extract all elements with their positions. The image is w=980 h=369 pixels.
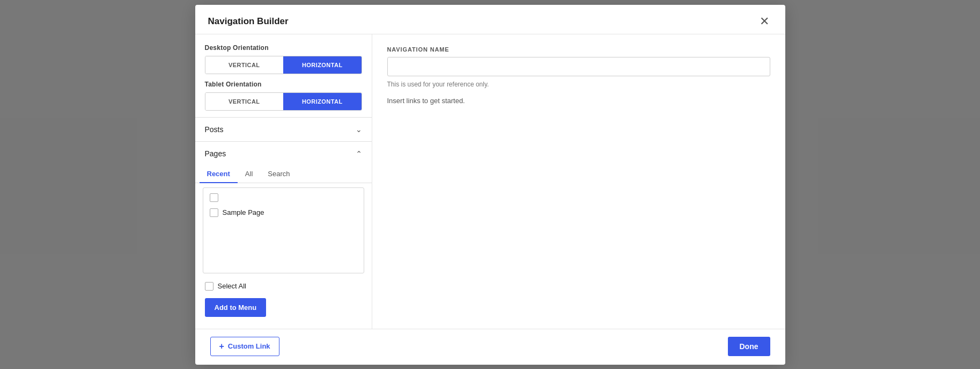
tablet-vertical-button[interactable]: VERTICAL: [205, 93, 284, 110]
custom-link-button[interactable]: + Custom Link: [210, 337, 279, 356]
posts-chevron-icon: ⌄: [356, 125, 362, 134]
modal-header: Navigation Builder ✕: [195, 5, 785, 34]
pages-list: Sample Page: [203, 187, 364, 273]
pages-chevron-icon: ⌄: [356, 149, 362, 158]
pages-accordion-label: Pages: [205, 149, 226, 158]
posts-accordion-label: Posts: [205, 125, 224, 134]
navigation-builder-modal: Navigation Builder ✕ Desktop Orientation…: [195, 5, 785, 365]
right-panel: NAVIGATION NAME This is used for your re…: [372, 34, 785, 329]
tab-all[interactable]: All: [238, 165, 260, 183]
pages-accordion: Pages ⌄ Recent All Search: [195, 141, 372, 329]
done-button[interactable]: Done: [728, 337, 770, 356]
select-all-checkbox[interactable]: [205, 282, 213, 291]
page-item-checkbox-0[interactable]: [210, 193, 218, 202]
hint-text: This is used for your reference only.: [387, 81, 770, 88]
desktop-orientation-label: Desktop Orientation: [205, 44, 362, 52]
desktop-vertical-button[interactable]: VERTICAL: [205, 56, 284, 74]
pages-accordion-content: Recent All Search Sam: [195, 165, 372, 329]
list-item: [208, 190, 359, 205]
posts-accordion-header[interactable]: Posts ⌄: [195, 118, 372, 141]
desktop-horizontal-button[interactable]: HORIZONTAL: [283, 56, 362, 74]
tablet-orientation-label: Tablet Orientation: [205, 81, 362, 88]
nav-name-label: NAVIGATION NAME: [387, 46, 770, 53]
pages-tabs: Recent All Search: [195, 165, 372, 183]
insert-links-text: Insert links to get started.: [387, 97, 770, 105]
close-button[interactable]: ✕: [756, 15, 772, 28]
tablet-orientation-buttons: VERTICAL HORIZONTAL: [205, 92, 362, 111]
select-all-row: Select All: [195, 278, 372, 295]
custom-link-label: Custom Link: [228, 342, 270, 350]
desktop-orientation-buttons: VERTICAL HORIZONTAL: [205, 56, 362, 74]
modal-body: Desktop Orientation VERTICAL HORIZONTAL …: [195, 34, 785, 329]
left-panel: Desktop Orientation VERTICAL HORIZONTAL …: [195, 34, 372, 329]
page-item-label-1: Sample Page: [223, 208, 264, 216]
plus-icon: +: [219, 342, 224, 351]
tablet-orientation-section: Tablet Orientation VERTICAL HORIZONTAL: [195, 81, 372, 117]
modal-footer: + Custom Link Done: [195, 329, 785, 365]
nav-name-input[interactable]: [387, 57, 770, 76]
list-item: Sample Page: [208, 205, 359, 220]
page-item-checkbox-1[interactable]: [210, 208, 218, 217]
add-to-menu-button[interactable]: Add to Menu: [205, 298, 267, 317]
desktop-orientation-section: Desktop Orientation VERTICAL HORIZONTAL: [195, 44, 372, 81]
select-all-label: Select All: [218, 282, 246, 290]
modal-overlay: Navigation Builder ✕ Desktop Orientation…: [0, 0, 980, 369]
posts-accordion: Posts ⌄: [195, 117, 372, 141]
pages-accordion-header[interactable]: Pages ⌄: [195, 142, 372, 165]
modal-title: Navigation Builder: [208, 16, 289, 27]
tablet-horizontal-button[interactable]: HORIZONTAL: [283, 93, 362, 110]
tab-search[interactable]: Search: [260, 165, 297, 183]
tab-recent[interactable]: Recent: [200, 165, 238, 183]
